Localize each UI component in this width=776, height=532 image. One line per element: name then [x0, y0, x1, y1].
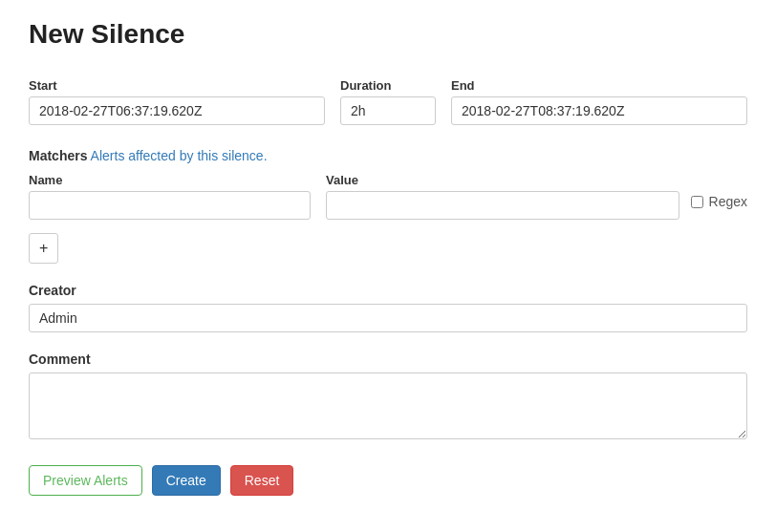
reset-button[interactable]: Reset: [230, 465, 294, 496]
create-button[interactable]: Create: [152, 465, 221, 496]
comment-section: Comment: [29, 351, 747, 442]
matcher-value-input[interactable]: [326, 191, 679, 220]
duration-field-group: Duration: [340, 78, 436, 125]
duration-input[interactable]: [340, 96, 436, 125]
matcher-value-label: Value: [326, 173, 679, 187]
end-input[interactable]: [451, 96, 747, 125]
matchers-input-row: Name Value Regex: [29, 173, 747, 220]
comment-textarea[interactable]: [29, 372, 747, 439]
add-matcher-button[interactable]: +: [29, 233, 58, 264]
creator-section: Creator: [29, 283, 747, 332]
matchers-section: Matchers Alerts affected by this silence…: [29, 148, 747, 264]
matchers-hint-text: Alerts affected by this silence.: [91, 148, 268, 163]
start-label: Start: [29, 78, 325, 93]
matchers-title: Matchers: [29, 148, 87, 163]
time-row: Start Duration End: [29, 78, 747, 125]
creator-label: Creator: [29, 283, 747, 298]
matcher-name-label: Name: [29, 173, 311, 187]
start-field-group: Start: [29, 78, 325, 125]
buttons-row: Preview Alerts Create Reset: [29, 465, 747, 496]
matcher-name-input[interactable]: [29, 191, 311, 220]
regex-label: Regex: [709, 194, 747, 209]
matchers-label-row: Matchers Alerts affected by this silence…: [29, 148, 747, 163]
page-title: New Silence: [29, 19, 747, 50]
regex-group: Regex: [691, 194, 747, 209]
creator-input[interactable]: [29, 304, 747, 332]
duration-label: Duration: [340, 78, 436, 93]
matcher-value-group: Value: [326, 173, 679, 220]
start-input[interactable]: [29, 96, 325, 125]
end-label: End: [451, 78, 747, 93]
preview-alerts-button[interactable]: Preview Alerts: [29, 465, 142, 496]
matcher-name-group: Name: [29, 173, 311, 220]
regex-checkbox[interactable]: [691, 196, 703, 208]
end-field-group: End: [451, 78, 747, 125]
comment-label: Comment: [29, 351, 747, 367]
